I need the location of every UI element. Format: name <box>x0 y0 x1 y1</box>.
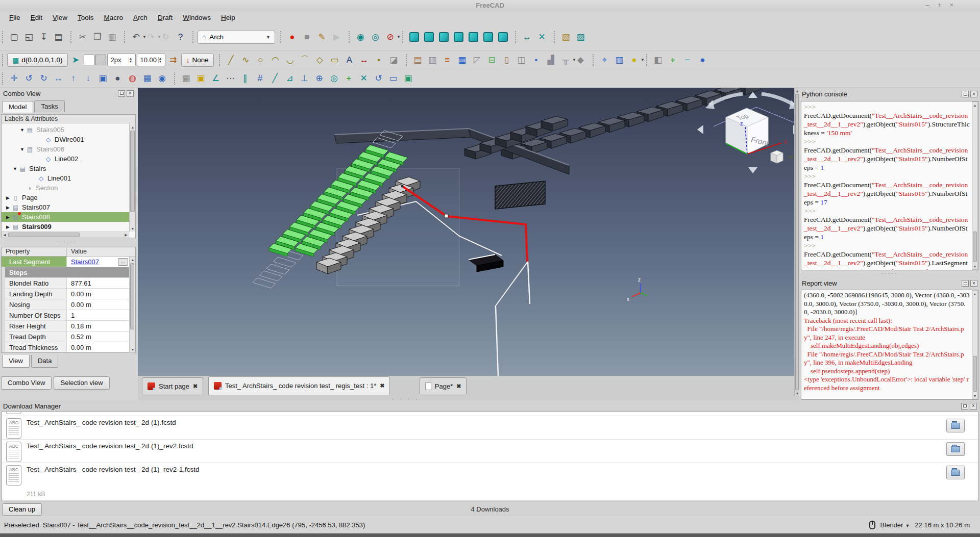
open-folder-button[interactable] <box>946 419 965 432</box>
draft-bspline-icon[interactable]: ⌒ <box>298 53 312 67</box>
expander-closed-icon[interactable]: ▶ <box>5 205 11 210</box>
working-plane-button[interactable]: ▦d(0.0,0.0,1.0) <box>7 54 68 67</box>
addon-folder-icon[interactable]: ▨ <box>574 30 587 44</box>
property-value[interactable]: 0.52 m <box>67 331 135 342</box>
property-row-number-of-steps[interactable]: Number Of Steps1 <box>2 310 135 321</box>
download-item[interactable]: ABCTest_ ArchStairs_ code revision test_… <box>2 463 978 501</box>
snap-extension-icon[interactable]: ╱ <box>268 71 282 85</box>
doc-tab-start[interactable]: Start page✖ <box>142 377 203 394</box>
snap-grid2-icon[interactable]: # <box>253 71 267 85</box>
line-color-swatch[interactable] <box>84 55 94 65</box>
menu-macro[interactable]: Macro <box>99 13 129 22</box>
snap-dots-icon[interactable]: ⋯ <box>224 71 237 85</box>
draft-facebinder-icon[interactable]: ◪ <box>387 53 401 67</box>
property-vertical-scrollbar[interactable]: ▲▼ <box>129 256 135 353</box>
save-icon[interactable]: ↧ <box>37 30 51 44</box>
arch-material-icon[interactable]: ●▼ <box>627 53 641 67</box>
report-view-scrollbar[interactable]: ▲▼ <box>972 290 978 399</box>
tree-horizontal-scrollbar[interactable]: ◀▶ <box>2 232 129 238</box>
property-value[interactable]: 0.00 m <box>67 299 135 310</box>
menu-edit[interactable]: Edit <box>26 13 47 22</box>
maximize-button[interactable]: + <box>938 0 942 11</box>
draft-circle-icon[interactable]: ○ <box>254 53 267 67</box>
tree-item-page[interactable]: ▶▯Page <box>2 193 129 202</box>
expander-open-icon[interactable]: ▼ <box>19 147 26 152</box>
rotate-3d-icon[interactable]: ↻ <box>37 71 51 85</box>
tree-item-stairs[interactable]: ▼▤Stairs <box>2 164 129 173</box>
view-bottom-icon[interactable] <box>483 32 493 42</box>
property-row-nosing[interactable]: Nosing0.00 m <box>2 299 135 310</box>
macro-doc-icon[interactable]: ▧ <box>559 30 573 44</box>
draft-point-icon[interactable]: • <box>372 53 386 67</box>
snap-rotate-icon[interactable]: ↺ <box>372 71 385 85</box>
menu-view[interactable]: View <box>47 13 72 22</box>
arch-axis-icon[interactable]: ≡ <box>440 53 454 67</box>
apply-style-icon[interactable]: ➤ <box>69 53 83 67</box>
arch-sphere-icon[interactable]: ● <box>696 53 709 67</box>
spinner-arrows[interactable]: ▲ ▼ <box>129 57 135 63</box>
draw-style-icon[interactable]: ⊘▼ <box>383 30 397 44</box>
snap-grid-icon[interactable]: ▦ <box>179 71 193 85</box>
3d-viewport[interactable]: Top Front z x z x <box>138 88 794 376</box>
rotate-left-icon[interactable]: ↺ <box>22 71 36 85</box>
snap-lock-icon[interactable]: ▣ <box>194 71 208 85</box>
edit-ellipsis-button[interactable]: ... <box>118 258 128 266</box>
draft-arc3pt-icon[interactable]: ◡ <box>283 53 297 67</box>
expander-closed-icon[interactable]: ▶ <box>5 224 11 229</box>
paste-icon[interactable]: ▥ <box>105 30 119 44</box>
panel-close-icon[interactable]: × <box>970 403 977 410</box>
macro-record-icon[interactable]: ● <box>285 30 299 44</box>
autogroup-icon[interactable]: ⇉ <box>166 53 180 67</box>
tree-item-section[interactable]: ◑Section <box>2 183 129 193</box>
panel-splitter-handle[interactable]: ····· <box>0 239 137 246</box>
font-size-spinner[interactable]: 10.00▲ ▼ <box>137 54 165 66</box>
tab-model[interactable]: Model <box>2 101 33 113</box>
snap-cross-icon[interactable]: ✕ <box>357 71 371 85</box>
draft-text-icon[interactable]: A <box>342 53 356 67</box>
menu-help[interactable]: Help <box>216 13 240 22</box>
new-file-icon[interactable]: ▢ <box>7 30 21 44</box>
tree-item-stairs006[interactable]: ▼▤Stairs006 <box>2 144 129 154</box>
arch-cutplane-icon[interactable]: ◧ <box>651 53 665 67</box>
close-tab-icon[interactable]: ✖ <box>456 383 461 390</box>
snap-concentric-icon[interactable]: ◎ <box>327 71 341 85</box>
snap-center-icon[interactable]: ⊕ <box>312 71 326 85</box>
hatched-stairs-block[interactable] <box>495 181 545 209</box>
panel-close-icon[interactable]: × <box>970 280 977 287</box>
arch-panel-icon[interactable]: ▯ <box>500 53 513 67</box>
tree-vertical-scrollbar[interactable]: ▲▼ <box>129 124 135 232</box>
copy-icon[interactable]: ❐ <box>90 30 104 44</box>
menu-draft[interactable]: Draft <box>153 13 178 22</box>
panel-close-icon[interactable]: × <box>127 90 134 97</box>
refresh-icon[interactable]: ↻ <box>159 30 173 44</box>
property-value[interactable]: 0.00 m <box>67 289 135 299</box>
macro-stop-icon[interactable]: ■ <box>300 30 314 44</box>
open-file-icon[interactable]: ◱ <box>22 30 36 44</box>
property-value[interactable]: 0.00 m <box>67 342 135 352</box>
arrow-up-icon[interactable]: ↑ <box>66 71 80 85</box>
arch-add-icon[interactable]: + <box>666 53 680 67</box>
panel-close-icon[interactable]: × <box>970 91 977 97</box>
close-button[interactable]: × <box>949 0 953 11</box>
draft-arc-icon[interactable]: ◠ <box>268 53 282 67</box>
report-view[interactable]: (4360.0, -5002.3698861198645, 3000.0), V… <box>801 290 978 400</box>
arch-wall-icon[interactable]: ▤ <box>411 53 425 67</box>
pan-icon[interactable]: ✛ <box>7 71 21 85</box>
close-tab-icon[interactable]: ✖ <box>193 383 198 390</box>
property-value[interactable]: Stairs007... <box>67 257 135 267</box>
viewport-scrollbar[interactable]: ▲▼ <box>794 88 799 396</box>
tree-item-stairs007[interactable]: ▶▤Stairs007 <box>2 202 129 212</box>
panel-float-icon[interactable] <box>118 90 125 97</box>
property-row-riser-height[interactable]: Riser Height0.18 m <box>2 321 135 331</box>
snap-parallel-icon[interactable]: ∥ <box>238 71 252 85</box>
panel-float-icon[interactable] <box>962 91 969 97</box>
arch-stairs-icon[interactable]: ▟ <box>544 53 558 67</box>
tree-item-line001[interactable]: ◇Line001 <box>2 173 129 183</box>
open-folder-button[interactable] <box>946 442 965 456</box>
tab-data-properties[interactable]: Data <box>31 355 58 368</box>
line-width-spinner[interactable]: 2px▲ ▼ <box>107 54 136 66</box>
measure-distance-icon[interactable]: ↔ <box>520 30 534 44</box>
download-item[interactable]: ABCTest_ ArchStairs_ code revision test_… <box>2 440 978 463</box>
tree-item-stairs008[interactable]: ▶▤Stairs008 <box>2 212 129 222</box>
snap-plus-icon[interactable]: + <box>342 71 356 85</box>
